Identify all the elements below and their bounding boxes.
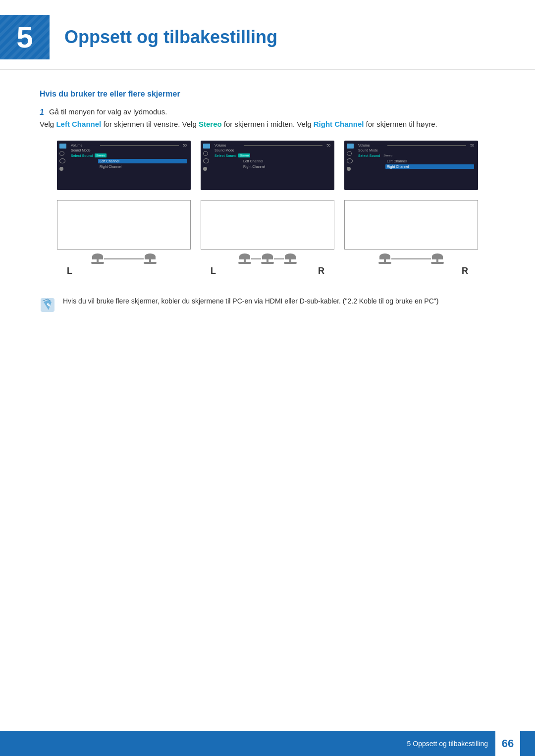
right-channel-option-3: Right Channel (385, 164, 474, 169)
stereo-option-2: Stereo (238, 153, 250, 157)
screen-icon-monitor-2 (203, 144, 210, 149)
speaker-head-m2 (262, 253, 273, 259)
channel-labels-3: R (344, 266, 478, 276)
main-content: Hvis du bruker tre eller flere skjermer … (0, 90, 535, 353)
selectsound-line-1: Select Sound Stereo (71, 153, 187, 157)
speaker-base-l2 (238, 262, 251, 264)
volume-value-1: 50 (181, 144, 187, 147)
speakers-row: L (40, 200, 495, 276)
speaker-head-r2 (285, 253, 296, 259)
speaker-unit-r2 (284, 253, 297, 264)
right-channel-option-2: Right Channel (242, 164, 330, 169)
step-block: 1 Gå til menyen for valg av lydmodus. Ve… (40, 107, 495, 128)
speaker-base-r1 (144, 262, 157, 264)
note-box: ✎ Hvis du vil bruke flere skjermer, kobl… (40, 296, 495, 313)
chapter-badge: 5 (0, 15, 50, 59)
left-channel-option-1: Left Channel (98, 159, 187, 163)
stereo-highlight: Stereo (199, 120, 222, 128)
footer-section-label: 5 Oppsett og tilbakestilling (407, 740, 488, 748)
screen-icon-dot-2 (203, 167, 207, 171)
volume-bar-2 (244, 145, 322, 146)
step-detail-suffix: for skjermen til høyre. (364, 120, 437, 128)
volume-line-1: Volume 50 (71, 144, 187, 147)
speaker-unit-r1 (144, 253, 157, 264)
volume-bar-3 (387, 145, 466, 146)
volume-line-2: Volume 50 (214, 144, 330, 147)
speaker-base-3 (344, 253, 478, 264)
page-footer: 5 Oppsett og tilbakestilling 66 (0, 731, 535, 756)
step-detail: Velg Left Channel for skjermen til venst… (40, 120, 495, 128)
volume-value-3: 50 (468, 144, 474, 147)
screen-icon-dot-3 (347, 167, 351, 171)
soundmode-label-3: Sound Mode (358, 149, 385, 152)
speaker-base-m2 (261, 262, 274, 264)
speaker-box-2 (201, 200, 334, 250)
step-detail-middle: for skjermen til venstre. Velg (101, 120, 199, 128)
speaker-head-l3 (379, 253, 390, 259)
channel-label-l1: L (67, 266, 72, 276)
channel-label-r2: R (318, 266, 324, 276)
screens-row: Volume 50 Sound Mode Select Sound Stereo… (40, 141, 495, 190)
volume-bar-1 (100, 145, 179, 146)
soundmode-label-1: Sound Mode (71, 149, 98, 152)
speaker-base-r2 (284, 262, 297, 264)
channel-label-l2: L (211, 266, 216, 276)
screen-icon-circle-2 (203, 151, 208, 156)
screen-icon-gear-3 (347, 158, 353, 163)
speaker-diagram-2: L R (201, 200, 334, 276)
selectsound-label-2: Select Sound (214, 154, 236, 157)
menu-options-2: Left Channel Right Channel (242, 159, 330, 170)
soundmode-line-3: Sound Mode (358, 149, 474, 152)
chapter-title: Oppsett og tilbakestilling (64, 27, 277, 48)
right-channel-highlight: Right Channel (314, 120, 364, 128)
speaker-head-l2 (239, 253, 250, 259)
menu-options-3: Left Channel Right Channel (385, 159, 474, 170)
selectsound-label-1: Select Sound (71, 154, 93, 157)
screen-icon-gear (59, 158, 65, 163)
channel-labels-1: L (57, 266, 191, 276)
speaker-unit-m2 (261, 253, 274, 264)
screen-diagram-1: Volume 50 Sound Mode Select Sound Stereo… (57, 141, 191, 190)
screen-diagram-3: Volume 50 Sound Mode Select Sound Stereo… (344, 141, 478, 190)
screen-icons-1 (59, 144, 66, 171)
soundmode-line-2: Sound Mode (214, 149, 330, 152)
right-channel-option-1: Right Channel (98, 164, 187, 169)
section-heading: Hvis du bruker tre eller flere skjermer (40, 90, 495, 99)
speaker-head-r1 (145, 253, 156, 259)
speaker-wire-left-2 (251, 258, 261, 259)
speaker-unit-l2 (238, 253, 251, 264)
speaker-base-r3 (431, 262, 444, 264)
speaker-head-l1 (92, 253, 103, 259)
chapter-number: 5 (16, 20, 33, 54)
speaker-base-1 (57, 253, 191, 264)
note-icon: ✎ (40, 297, 55, 313)
footer-page-number: 66 (495, 731, 520, 756)
screen-icon-dot (59, 167, 63, 171)
note-svg: ✎ (40, 297, 55, 313)
screen-icons-2 (203, 144, 210, 171)
speaker-unit-l3 (378, 253, 391, 264)
screen-icons-3 (347, 144, 354, 171)
screen-icon-monitor-3 (347, 144, 354, 149)
speaker-base-l3 (378, 262, 391, 264)
speaker-diagram-1: L (57, 200, 191, 276)
step-detail-prefix: Velg (40, 120, 56, 128)
menu-options-1: Left Channel Right Channel (98, 159, 187, 170)
stereo-option-1: Stereo (95, 153, 107, 157)
speaker-head-r3 (432, 253, 443, 259)
stereo-option-3: Stereo (382, 153, 394, 157)
channel-label-r3: R (462, 266, 468, 276)
speaker-box-3 (344, 200, 478, 250)
left-channel-option-2: Left Channel (242, 159, 330, 163)
volume-label-3: Volume (358, 144, 385, 147)
volume-value-2: 50 (324, 144, 330, 147)
volume-line-3: Volume 50 (358, 144, 474, 147)
volume-label-1: Volume (71, 144, 98, 147)
screen-icon-monitor (59, 144, 66, 149)
screen-icon-circle (59, 151, 64, 156)
screen-diagram-2: Volume 50 Sound Mode Select Sound Stereo… (201, 141, 334, 190)
speaker-box-1 (57, 200, 191, 250)
left-channel-option-3: Left Channel (385, 159, 474, 163)
speaker-wire-right-2 (274, 258, 284, 259)
selectsound-label-3: Select Sound (358, 154, 380, 157)
